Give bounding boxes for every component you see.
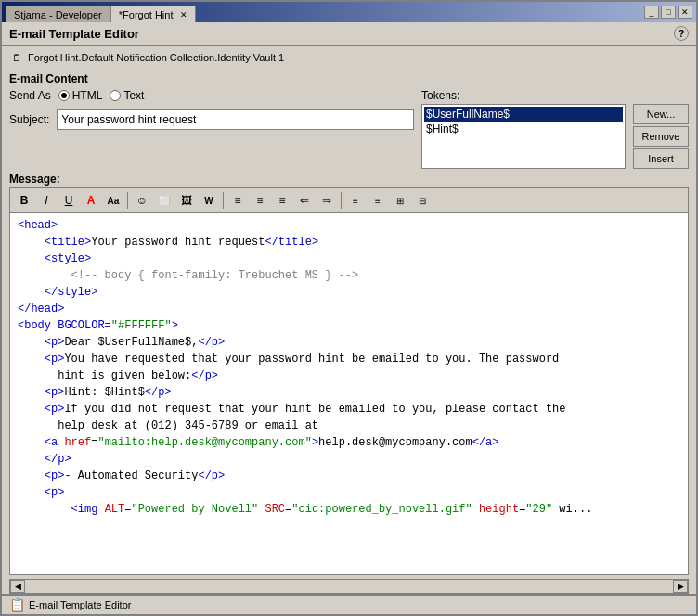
subject-input[interactable] bbox=[57, 109, 414, 130]
minimize-button[interactable]: _ bbox=[644, 6, 659, 19]
subject-label: Subject: bbox=[9, 113, 49, 126]
code-editor[interactable]: <head> <title>Your password hint request… bbox=[9, 212, 689, 575]
panel-titlebar: E-mail Template Editor ? bbox=[2, 22, 696, 46]
maximize-button[interactable]: □ bbox=[661, 6, 676, 19]
radio-html-label: HTML bbox=[72, 89, 103, 102]
ul-button[interactable]: ≡ bbox=[368, 190, 388, 211]
underline-button[interactable]: U bbox=[58, 190, 79, 211]
horizontal-scrollbar[interactable]: ◀ ▶ bbox=[9, 579, 689, 594]
italic-button[interactable]: I bbox=[36, 190, 57, 211]
radio-html-btn[interactable] bbox=[58, 90, 70, 101]
tokens-section: Tokens: $UserFullName$ $Hint$ New... Rem… bbox=[421, 89, 689, 169]
editor-toolbar: B I U A Aa ☺ ⬜ 🖼 W ≡ ≡ ≡ ⇐ ⇒ ≡ ≡ ⊞ ⊟ bbox=[9, 187, 689, 212]
radio-text[interactable]: Text bbox=[110, 89, 144, 102]
table-button[interactable]: ⊞ bbox=[390, 190, 410, 211]
message-row: Message: bbox=[2, 171, 696, 187]
new-token-button[interactable]: New... bbox=[633, 104, 689, 124]
radio-html[interactable]: HTML bbox=[58, 89, 103, 102]
top-section: Send As HTML Text Subject: bbox=[2, 87, 696, 171]
radio-text-btn[interactable] bbox=[110, 90, 121, 101]
message-label: Message: bbox=[9, 173, 60, 186]
subject-row: Subject: bbox=[9, 109, 414, 130]
token-item-hint[interactable]: $Hint$ bbox=[424, 122, 623, 136]
toolbar-sep-1 bbox=[127, 192, 128, 209]
statusbar-icon: 📋 bbox=[9, 597, 25, 612]
titlebar: Stjarna - Developer *Forgot Hint ✕ _ □ ✕ bbox=[2, 2, 696, 22]
token-buttons: New... Remove Insert bbox=[633, 104, 689, 169]
shape-button[interactable]: ⬜ bbox=[154, 190, 174, 211]
indent-right-button[interactable]: ⇒ bbox=[317, 190, 337, 211]
breadcrumb-text: Forgot Hint.Default Notification Collect… bbox=[28, 52, 284, 63]
tab-bar: Stjarna - Developer *Forgot Hint ✕ bbox=[6, 2, 196, 22]
code-scroll-area[interactable]: <head> <title>Your password hint request… bbox=[10, 213, 688, 574]
radio-group: HTML Text bbox=[58, 89, 145, 102]
tab-stjarna[interactable]: Stjarna - Developer bbox=[6, 6, 110, 22]
scroll-right-button[interactable]: ▶ bbox=[673, 580, 688, 593]
align-right-button[interactable]: ≡ bbox=[272, 190, 292, 211]
token-item-userfullname[interactable]: $UserFullName$ bbox=[424, 107, 623, 122]
send-as-row: Send As HTML Text bbox=[9, 89, 414, 102]
toolbar-sep-2 bbox=[223, 192, 224, 209]
ol-button[interactable]: ≡ bbox=[345, 190, 366, 211]
statusbar: 📋 E-mail Template Editor bbox=[2, 594, 696, 614]
left-section: Send As HTML Text Subject: bbox=[9, 89, 414, 169]
link-button[interactable]: W bbox=[199, 190, 219, 211]
tab-stjarna-label: Stjarna - Developer bbox=[14, 9, 102, 20]
email-content-label: E-mail Content bbox=[9, 72, 88, 85]
tokens-label: Tokens: bbox=[421, 89, 689, 102]
font-size-button[interactable]: Aa bbox=[103, 190, 123, 211]
tokens-list[interactable]: $UserFullName$ $Hint$ bbox=[421, 104, 626, 169]
tokens-area: $UserFullName$ $Hint$ New... Remove Inse… bbox=[421, 104, 689, 169]
font-color-button[interactable]: A bbox=[81, 190, 101, 211]
main-content: E-mail Content Send As HTML Text bbox=[2, 69, 696, 594]
tab-forgot-hint-label: *Forgot Hint bbox=[119, 9, 174, 20]
scroll-track bbox=[25, 580, 673, 593]
tab-forgot-hint[interactable]: *Forgot Hint ✕ bbox=[110, 6, 197, 22]
align-center-button[interactable]: ≡ bbox=[250, 190, 270, 211]
main-window: Stjarna - Developer *Forgot Hint ✕ _ □ ✕… bbox=[0, 0, 698, 616]
code-content[interactable]: <head> <title>Your password hint request… bbox=[10, 213, 688, 521]
image-button[interactable]: 🖼 bbox=[176, 190, 197, 211]
breadcrumb: 🗒 Forgot Hint.Default Notification Colle… bbox=[2, 46, 696, 69]
breadcrumb-icon: 🗒 bbox=[9, 50, 24, 65]
help-icon[interactable]: ? bbox=[674, 26, 689, 41]
scroll-left-button[interactable]: ◀ bbox=[10, 580, 25, 593]
section-header: E-mail Content bbox=[2, 69, 696, 87]
remove-token-button[interactable]: Remove bbox=[633, 126, 689, 147]
tab-close-icon[interactable]: ✕ bbox=[180, 10, 187, 19]
insert-token-button[interactable]: Insert bbox=[633, 148, 689, 169]
bold-button[interactable]: B bbox=[14, 190, 34, 211]
source-button[interactable]: ⊟ bbox=[412, 190, 433, 211]
close-button[interactable]: ✕ bbox=[678, 6, 692, 19]
statusbar-label: E-mail Template Editor bbox=[29, 599, 131, 610]
send-as-label: Send As bbox=[9, 89, 51, 102]
emoji-button[interactable]: ☺ bbox=[132, 190, 152, 211]
radio-text-label: Text bbox=[123, 89, 144, 102]
window-controls: _ □ ✕ bbox=[644, 6, 692, 19]
indent-left-button[interactable]: ⇐ bbox=[294, 190, 315, 211]
panel-title-text: E-mail Template Editor bbox=[9, 27, 139, 41]
toolbar-sep-3 bbox=[341, 192, 342, 209]
align-left-button[interactable]: ≡ bbox=[227, 190, 248, 211]
